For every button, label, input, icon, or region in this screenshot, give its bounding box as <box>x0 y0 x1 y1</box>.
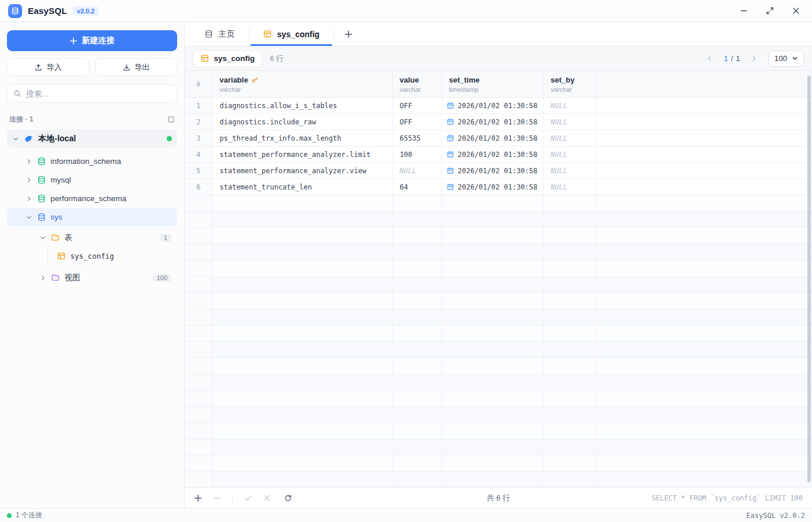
folder-icon <box>51 233 60 242</box>
new-connection-button[interactable]: 新建连接 <box>7 30 177 51</box>
empty-row <box>185 228 812 244</box>
cell-value[interactable]: 100 <box>393 146 442 162</box>
views-count-badge: 100 <box>152 274 172 282</box>
empty-row <box>185 423 812 439</box>
empty-row <box>185 309 812 326</box>
table-row[interactable]: 5 statement_performance_analyzer.view NU… <box>185 163 812 179</box>
grid-header-row: # variable varchar value varchar set_tim… <box>185 71 812 98</box>
column-header-set-by[interactable]: set_by varchar <box>544 71 597 97</box>
cell-set-by[interactable]: NULL <box>544 163 597 178</box>
empty-row <box>185 374 812 391</box>
table-icon <box>57 252 66 260</box>
footer-divider <box>232 494 233 502</box>
maximize-button[interactable] <box>766 6 774 15</box>
table-row[interactable]: 3 ps_thread_trx_info.max_length 65535 20… <box>185 130 812 146</box>
column-header-value[interactable]: value varchar <box>393 71 442 97</box>
cell-value[interactable]: 65535 <box>393 130 442 146</box>
sidebar-item-sys-config-table[interactable]: sys_config <box>48 247 177 265</box>
empty-row <box>185 391 812 407</box>
sidebar-item-tables-folder[interactable]: 表 1 <box>7 228 177 246</box>
sidebar-item-information-schema[interactable]: information_schema <box>7 152 177 170</box>
add-tab-button[interactable] <box>334 22 363 46</box>
cell-variable[interactable]: statement_performance_analyzer.view <box>213 163 393 178</box>
cell-set-by[interactable]: NULL <box>544 179 597 195</box>
tab-home[interactable]: 主页 <box>191 22 249 46</box>
empty-row <box>185 456 812 472</box>
search-input[interactable] <box>26 90 171 98</box>
cell-variable[interactable]: diagnostics.allow_i_s_tables <box>213 98 393 113</box>
table-row[interactable]: 1 diagnostics.allow_i_s_tables OFF 2026/… <box>185 98 812 114</box>
total-rows-label: 共 6 行 <box>487 493 510 503</box>
discard-changes-button[interactable] <box>263 494 271 502</box>
sidebar-item-views-folder[interactable]: 视图 100 <box>7 269 177 287</box>
connection-item-local[interactable]: 本地-local <box>7 130 177 148</box>
add-row-button[interactable] <box>194 494 202 502</box>
search-icon <box>13 90 21 98</box>
table-row[interactable]: 4 statement_performance_analyzer.limit 1… <box>185 146 812 163</box>
import-button[interactable]: 导入 <box>7 58 89 76</box>
cell-set-by[interactable]: NULL <box>544 114 597 130</box>
cell-set-time[interactable]: 2026/01/02 01:30:58 <box>442 179 544 195</box>
prev-page-button[interactable] <box>706 55 713 62</box>
refresh-button[interactable] <box>284 494 292 502</box>
cell-set-time[interactable]: 2026/01/02 01:30:58 <box>442 146 544 162</box>
cell-value[interactable]: OFF <box>393 114 442 130</box>
cell-value[interactable]: 64 <box>393 179 442 195</box>
chevron-down-icon[interactable] <box>26 214 33 221</box>
chevron-down-icon[interactable] <box>12 135 19 142</box>
table-row[interactable]: 2 diagnostics.include_raw OFF 2026/01/02… <box>185 114 812 130</box>
empty-row <box>185 326 812 342</box>
chevron-down-icon[interactable] <box>39 234 46 241</box>
cell-set-by[interactable]: NULL <box>544 98 597 113</box>
cell-variable[interactable]: diagnostics.include_raw <box>213 114 393 130</box>
cell-set-by[interactable]: NULL <box>544 146 597 162</box>
chevron-down-icon <box>792 55 798 62</box>
calendar-icon <box>447 183 454 191</box>
chevron-right-icon[interactable] <box>39 274 46 281</box>
cell-variable[interactable]: statement_truncate_len <box>213 179 393 195</box>
chevron-right-icon[interactable] <box>26 177 33 184</box>
chevron-right-icon[interactable] <box>26 195 33 202</box>
export-button[interactable]: 导出 <box>95 58 178 76</box>
close-button[interactable] <box>792 6 800 15</box>
app-title: EasySQL <box>28 6 67 16</box>
cell-value[interactable]: NULL <box>393 163 442 178</box>
status-connections-label: 1 个连接 <box>16 510 42 520</box>
cell-variable[interactable]: ps_thread_trx_info.max_length <box>213 130 393 146</box>
tab-sys-config[interactable]: sys_config <box>249 22 333 46</box>
table-chip[interactable]: sys_config <box>193 50 263 67</box>
database-icon <box>204 30 213 38</box>
sidebar: 新建连接 导入 导出 连接 · 1 <box>0 22 185 508</box>
connections-count-label: 连接 · 1 <box>9 115 33 124</box>
commit-changes-button[interactable] <box>244 494 252 502</box>
sidebar-item-performance-schema[interactable]: performance_schema <box>7 190 177 208</box>
sidebar-item-mysql[interactable]: mysql <box>7 171 177 189</box>
table-name-label: sys_config <box>70 252 114 260</box>
next-page-button[interactable] <box>750 55 758 62</box>
database-icon <box>37 213 46 221</box>
minimize-button[interactable] <box>739 6 748 15</box>
grid-footer: 共 6 行 SELECT * FROM `sys_config` LIMIT 1… <box>185 487 812 508</box>
cell-set-time[interactable]: 2026/01/02 01:30:58 <box>442 98 544 113</box>
empty-row <box>185 439 812 456</box>
sidebar-item-sys[interactable]: sys <box>7 208 177 226</box>
chevron-right-icon[interactable] <box>26 158 33 165</box>
calendar-icon <box>447 102 454 109</box>
cell-set-time[interactable]: 2026/01/02 01:30:58 <box>442 163 544 178</box>
cell-set-by[interactable]: NULL <box>544 130 597 146</box>
sql-statement-label: SELECT * FROM `sys_config` LIMIT 100 <box>652 494 803 502</box>
vertical-scrollbar[interactable] <box>807 76 811 482</box>
empty-row <box>185 277 812 293</box>
cell-set-time[interactable]: 2026/01/02 01:30:58 <box>442 114 544 130</box>
page-size-select[interactable]: 100 <box>768 51 804 67</box>
tables-folder-label: 表 <box>64 233 73 243</box>
app-logo-database-icon <box>8 4 22 18</box>
table-row[interactable]: 6 statement_truncate_len 64 2026/01/02 0… <box>185 179 812 195</box>
cell-value[interactable]: OFF <box>393 98 442 113</box>
column-header-variable[interactable]: variable varchar <box>213 71 393 97</box>
delete-row-button[interactable] <box>213 494 221 502</box>
collapse-panel-icon[interactable] <box>167 116 175 123</box>
cell-variable[interactable]: statement_performance_analyzer.limit <box>213 146 393 162</box>
cell-set-time[interactable]: 2026/01/02 01:30:58 <box>442 130 544 146</box>
column-header-set-time[interactable]: set_time timestamp <box>442 71 544 97</box>
